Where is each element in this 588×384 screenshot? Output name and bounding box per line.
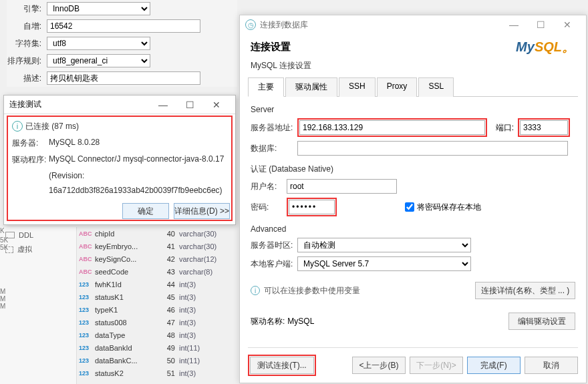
desc-label: 描述:	[7, 73, 47, 84]
test-dialog-titlebar: 连接测试 — ☐ ✕	[4, 95, 235, 114]
side-virtual[interactable]: 虚拟	[0, 243, 76, 256]
column-row[interactable]: 123dataType48int(3)	[79, 329, 237, 341]
port-label: 端口:	[491, 122, 518, 134]
column-row[interactable]: 123status00847int(3)	[79, 316, 237, 329]
advanced-group-title: Advanced	[251, 224, 575, 234]
charset-label: 字符集:	[7, 38, 47, 49]
host-input[interactable]	[299, 120, 485, 135]
database-label: 数据库:	[251, 143, 297, 154]
column-row[interactable]: ABCkeySignCo...42varchar(12)	[79, 252, 237, 265]
driver-name-label: 驱动名称:	[251, 316, 285, 327]
save-password-checkbox[interactable]: 将密码保存在本地	[402, 200, 481, 214]
host-label: 服务器地址:	[251, 122, 297, 134]
side-options: DDL 虚拟	[0, 227, 77, 384]
port-input[interactable]	[520, 120, 568, 135]
desc-input[interactable]	[47, 71, 200, 85]
maximize-button[interactable]: ☐	[527, 19, 554, 30]
tab-driver-props[interactable]: 驱动属性	[285, 77, 337, 97]
connection-test-dialog: 连接测试 — ☐ ✕ i已连接 (87 ms) 服务器:MySQL 8.0.28…	[3, 95, 236, 225]
collation-select[interactable]: utf8_general_ci	[47, 54, 150, 67]
column-row[interactable]: 123fwhK1Id44int(3)	[79, 278, 237, 291]
close-button[interactable]: ✕	[203, 100, 230, 110]
autoinc-input[interactable]	[47, 19, 200, 33]
minimize-button[interactable]: —	[150, 100, 176, 110]
tab-ssl[interactable]: SSL	[418, 77, 454, 97]
variables-note: 可以在连接参数中使用变量	[264, 285, 360, 297]
conn-body: Server 服务器地址: 端口: 数据库: 认证 (Database Nati…	[240, 97, 586, 335]
column-row[interactable]: ABCchipId40varchar(30)	[79, 227, 237, 240]
database-input[interactable]	[297, 141, 568, 156]
test-connection-button[interactable]: 测试连接(T)...	[250, 357, 314, 374]
column-row[interactable]: 123typeK146int(3)	[79, 303, 237, 316]
charset-select[interactable]: utf8	[47, 37, 150, 50]
client-select[interactable]: MySQL Server 5.7	[297, 256, 471, 271]
edit-driver-button[interactable]: 编辑驱动设置	[508, 313, 575, 330]
engine-select[interactable]: InnoDB	[47, 2, 150, 15]
close-button[interactable]: ✕	[554, 19, 581, 30]
tab-ssh[interactable]: SSH	[339, 77, 376, 97]
gutter-marks: K5K5KMMM	[0, 227, 9, 310]
column-row[interactable]: ABCkeyEmbryo...41varchar(30)	[79, 240, 237, 252]
column-row[interactable]: 123dataBankId49int(11)	[79, 341, 237, 354]
table-properties-panel: 引擎:InnoDB 自增: 字符集:utf8 排序规则:utf8_general…	[7, 0, 237, 87]
timezone-select[interactable]: 自动检测	[297, 238, 471, 252]
driver-name-value: MySQL	[287, 317, 314, 326]
client-label: 本地客户端:	[251, 258, 297, 270]
test-dialog-title: 连接测试	[9, 99, 150, 110]
column-row[interactable]: 123dataBankC...50int(11)	[79, 354, 237, 367]
collation-label: 排序规则:	[7, 55, 47, 67]
database-icon: ◷	[245, 19, 256, 30]
finish-button[interactable]: 完成(F)	[467, 357, 521, 374]
engine-label: 引擎:	[7, 3, 47, 15]
column-row[interactable]: ABCseedCode43varchar(8)	[79, 265, 237, 278]
column-list: ABCchipId40varchar(30)ABCkeyEmbryo...41v…	[79, 227, 237, 379]
column-row[interactable]: 123statusK145int(3)	[79, 291, 237, 303]
back-button[interactable]: <上一步(B)	[352, 357, 406, 374]
mysql-logo: MySQL。	[516, 38, 575, 56]
tab-proxy[interactable]: Proxy	[377, 77, 418, 97]
conn-titlebar: ◷连接到数据库 — ☐ ✕	[240, 15, 586, 34]
highlight-test-dialog	[7, 116, 233, 221]
minimize-button[interactable]: —	[500, 19, 527, 30]
side-ddl[interactable]: DDL	[0, 230, 76, 240]
info-icon: i	[251, 286, 260, 295]
timezone-label: 服务器时区:	[251, 240, 297, 251]
autoinc-label: 自增:	[7, 21, 47, 32]
username-input[interactable]	[287, 179, 397, 194]
conn-subheading: MySQL 连接设置	[240, 60, 586, 77]
password-input[interactable]	[289, 200, 335, 214]
auth-group-title: 认证 (Database Native)	[251, 164, 575, 175]
conn-tabbar: 主要 驱动属性 SSH Proxy SSL	[248, 77, 578, 97]
tab-main[interactable]: 主要	[248, 77, 284, 97]
cancel-button[interactable]: 取消	[525, 357, 578, 374]
connection-details-button[interactable]: 连接详情(名称、类型 ... )	[475, 282, 575, 299]
next-button[interactable]: 下一步(N)>	[410, 357, 463, 374]
password-label: 密码:	[251, 202, 287, 213]
conn-footer: 测试连接(T)... <上一步(B) 下一步(N)> 完成(F) 取消	[248, 347, 578, 376]
user-label: 用户名:	[251, 181, 287, 192]
server-frame	[249, 109, 575, 121]
maximize-button[interactable]: ☐	[176, 100, 203, 110]
conn-window-title: 连接到数据库	[260, 19, 308, 31]
column-row[interactable]: 123statusK251int(3)	[79, 367, 237, 379]
conn-heading: 连接设置	[251, 41, 516, 53]
connection-settings-dialog: ◷连接到数据库 — ☐ ✕ 连接设置 MySQL。 MySQL 连接设置 主要 …	[239, 15, 587, 383]
